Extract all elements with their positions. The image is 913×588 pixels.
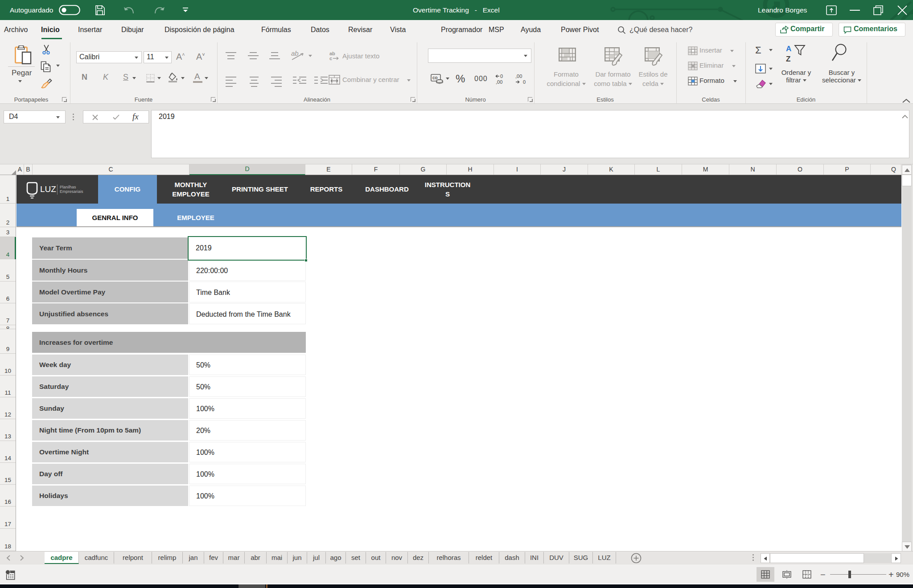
svg-text:A: A bbox=[786, 45, 791, 53]
svg-text:co: co bbox=[432, 75, 438, 80]
svg-text:ab: ab bbox=[291, 49, 299, 57]
svg-text:0: 0 bbox=[500, 74, 503, 79]
svg-text:Z: Z bbox=[786, 55, 790, 63]
svg-text:,00: ,00 bbox=[515, 74, 522, 79]
svg-text:,00: ,00 bbox=[496, 79, 502, 85]
svg-text:c: c bbox=[329, 56, 332, 61]
svg-text:0: 0 bbox=[523, 79, 526, 85]
